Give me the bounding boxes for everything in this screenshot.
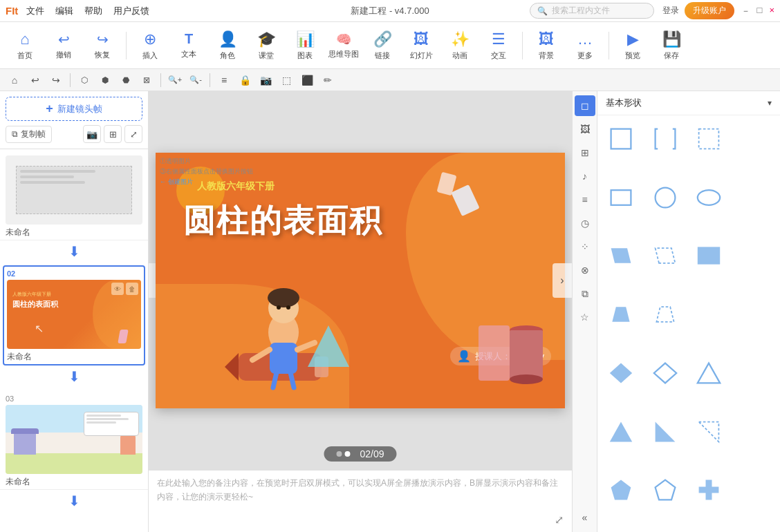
tool-slides[interactable]: 🖼 幻灯片 (403, 26, 439, 65)
subtool-undo[interactable]: ↩ (26, 71, 44, 89)
toolbar-sep-1 (126, 32, 127, 59)
new-frame-button[interactable]: + 新建镜头帧 (6, 97, 142, 121)
notes-expand-button[interactable]: ⤢ (555, 513, 564, 526)
menu-feedback[interactable]: 用户反馈 (113, 5, 149, 17)
subtool-rect3[interactable]: ⬣ (117, 71, 135, 89)
copy-frame-button[interactable]: ⧉ 复制帧 (6, 126, 52, 143)
subtool-layout[interactable]: ⬚ (277, 71, 295, 89)
maximize-button[interactable]: □ (757, 5, 763, 17)
tool-interact[interactable]: ☰ 交互 (481, 26, 517, 65)
text-icon: T (185, 31, 193, 47)
tool-home[interactable]: ⌂ 首页 (7, 26, 43, 65)
subtool-camera[interactable]: 📷 (257, 71, 275, 89)
thumb2-title: 圆柱的表面积 (12, 299, 58, 310)
shape-right-triangle-solid[interactable] (647, 414, 683, 450)
shape-circle-outline[interactable] (647, 180, 683, 216)
shape-pentagon-outline[interactable] (647, 472, 683, 508)
search-bar[interactable]: 🔍 搜索工程内文件 (530, 3, 654, 19)
slide-item-2[interactable]: 02 👁 🗑 人教版六年级下册 圆柱的表面积 ↖ 未命名 (3, 265, 145, 365)
redo-icon: ↪ (97, 31, 109, 48)
slide-item-1[interactable]: 未命名 (0, 149, 148, 240)
right-icon-collapse[interactable]: « (575, 507, 595, 528)
canvas-nav-right[interactable]: › (552, 263, 572, 298)
shape-diamond-outline[interactable] (647, 355, 683, 391)
shape-right-triangle2-solid[interactable] (691, 414, 727, 450)
subtool-lock[interactable]: 🔒 (236, 71, 254, 89)
subtool-rect1[interactable]: ⬡ (75, 71, 93, 89)
minimize-button[interactable]: － (741, 5, 750, 17)
right-panel-dropdown[interactable]: ▾ (768, 98, 772, 108)
tool-link[interactable]: 🔗 链接 (364, 26, 400, 65)
shape-diamond-solid[interactable] (603, 355, 639, 391)
tool-insert[interactable]: ⊕ 插入 (132, 26, 168, 65)
tool-role-label: 角色 (220, 50, 235, 61)
tool-home-label: 首页 (17, 50, 32, 61)
camera-icon-btn[interactable]: 📷 (83, 125, 101, 143)
shape-oval-outline[interactable] (691, 180, 727, 216)
tool-role[interactable]: 👤 角色 (210, 26, 245, 65)
main-toolbar: ⌂ 首页 ↩ 撤销 ↪ 恢复 ⊕ 插入 T 文本 👤 角色 🎓 课堂 📊 图表 … (0, 22, 780, 69)
subtool-redo[interactable]: ↪ (47, 71, 65, 89)
shape-triangle-solid[interactable] (603, 414, 639, 450)
right-icon-layers[interactable]: ⧉ (575, 283, 595, 304)
tool-undo[interactable]: ↩ 撤销 (46, 26, 82, 65)
tool-preview[interactable]: ▶ 预览 (615, 26, 651, 65)
menu-edit[interactable]: 编辑 (55, 5, 73, 17)
tool-save[interactable]: 💾 保存 (653, 26, 689, 65)
shape-trapezoid-solid[interactable] (603, 296, 639, 332)
grid-icon-btn[interactable]: ⊞ (104, 125, 122, 143)
right-icon-shapes[interactable]: ◻ (575, 95, 595, 116)
shape-trapezoid-dashed[interactable] (647, 296, 683, 332)
shape-dashed-rect[interactable] (691, 121, 727, 157)
tool-more[interactable]: … 更多 (567, 26, 603, 65)
new-frame-label: 新建镜头帧 (57, 103, 102, 115)
subtool-canvas[interactable]: ⬛ (298, 71, 316, 89)
right-icon-grid[interactable]: ⁘ (575, 236, 595, 257)
tool-mindmap[interactable]: 🧠 思维导图 (326, 26, 362, 65)
shape-triangle-outline[interactable] (691, 355, 727, 391)
subtool-edit[interactable]: ✏ (319, 71, 337, 89)
menu-help[interactable]: 帮助 (84, 5, 102, 17)
shape-bracket-rect[interactable] (647, 121, 683, 157)
subtool-rect4[interactable]: ⊠ (138, 71, 156, 89)
subtool-align[interactable]: ≡ (215, 71, 233, 89)
subtool-zoomin[interactable]: 🔍+ (166, 71, 184, 89)
shape-parallelogram[interactable] (603, 238, 639, 274)
shape-solid-rect2[interactable] (691, 238, 727, 274)
subtool-home[interactable]: ⌂ (6, 71, 24, 89)
expand-icon-btn[interactable]: ⤢ (124, 125, 142, 143)
subtool-sep-1 (70, 73, 71, 87)
right-icon-star[interactable]: ☆ (575, 307, 595, 327)
upgrade-button[interactable]: 升级账户 (685, 2, 734, 19)
right-icon-mask[interactable]: ⊗ (575, 260, 595, 281)
tool-chart[interactable]: 📊 图表 (287, 26, 323, 65)
right-icon-image[interactable]: 🖼 (575, 119, 595, 140)
close-button[interactable]: × (769, 5, 774, 17)
shape-rect-outline[interactable] (603, 121, 639, 157)
page-indicator: 02/09 (324, 446, 396, 462)
undo-icon: ↩ (58, 31, 70, 48)
tool-redo[interactable]: ↪ 恢复 (84, 26, 120, 65)
tool-link-label: 链接 (375, 50, 390, 61)
shape-cross-solid[interactable] (691, 472, 727, 508)
shape-pentagon-solid[interactable] (603, 472, 639, 508)
tool-bg[interactable]: 🖼 背景 (528, 26, 564, 65)
shape-dashed-parallelogram[interactable] (647, 238, 683, 274)
slide-item-3[interactable]: 03 (0, 390, 148, 490)
shape-rect-solid[interactable] (603, 180, 639, 216)
right-icon-text[interactable]: ≡ (575, 189, 595, 210)
right-icon-table[interactable]: ⊞ (575, 142, 595, 163)
right-icon-clock[interactable]: ◷ (575, 213, 595, 234)
slide-num-3: 03 (6, 395, 142, 403)
tool-text[interactable]: T 文本 (171, 26, 207, 65)
tool-animate[interactable]: ✨ 动画 (442, 26, 478, 65)
tool-class[interactable]: 🎓 课堂 (248, 26, 284, 65)
right-icon-music[interactable]: ♪ (575, 166, 595, 187)
svg-rect-14 (699, 129, 719, 149)
login-button[interactable]: 登录 (662, 5, 679, 17)
tool-slides-label: 幻灯片 (410, 50, 433, 61)
sidebar-top: + 新建镜头帧 ⧉ 复制帧 📷 ⊞ ⤢ (0, 91, 148, 149)
subtool-rect2[interactable]: ⬢ (96, 71, 114, 89)
menu-file[interactable]: 文件 (26, 5, 44, 17)
subtool-zoomout[interactable]: 🔍- (187, 71, 205, 89)
